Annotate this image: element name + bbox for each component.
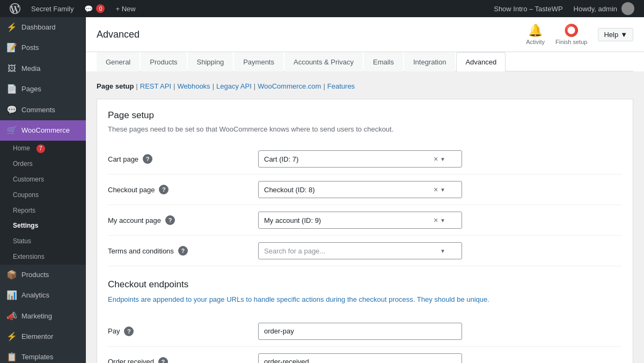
tab-general[interactable]: General xyxy=(97,52,140,71)
comments-icon: 💬 xyxy=(6,104,17,116)
page-setup-table: Cart page ? Cart (ID: 7) × ▼ xyxy=(108,144,622,266)
cart-page-arrow: ▼ xyxy=(440,156,445,162)
cart-page-help[interactable]: ? xyxy=(143,154,152,164)
activity-button[interactable]: 🔔 Activity xyxy=(526,24,545,45)
sidebar-item-dashboard[interactable]: ⚡ Dashboard xyxy=(0,17,86,38)
finish-setup-icon: ⭕ xyxy=(564,24,579,38)
sidebar-item-reports[interactable]: Reports xyxy=(0,203,86,219)
pay-input[interactable] xyxy=(258,323,462,340)
tab-list: General Products Shipping Payments Accou… xyxy=(97,52,633,71)
sidebar-item-coupons[interactable]: Coupons xyxy=(0,187,86,203)
comment-icon: 💬 xyxy=(84,5,93,13)
subnav-legacy-api[interactable]: Legacy API xyxy=(216,82,252,90)
header-actions: 🔔 Activity ⭕ Finish setup Help ▼ xyxy=(526,24,633,45)
cart-page-clear[interactable]: × xyxy=(434,155,438,163)
subnav-page-setup[interactable]: Page setup xyxy=(97,82,134,90)
help-button[interactable]: Help ▼ xyxy=(598,28,633,41)
avatar xyxy=(621,2,634,15)
terms-conditions-help[interactable]: ? xyxy=(178,246,188,256)
woo-submenu: Home 7 Orders Customers Coupons Reports … xyxy=(0,141,86,264)
checkout-endpoints-title: Checkout endpoints xyxy=(108,279,622,290)
new-content[interactable]: + New xyxy=(110,0,141,17)
checkout-page-label: Checkout page ? xyxy=(108,175,258,205)
settings-card: Page setup These pages need to be set so… xyxy=(97,99,633,363)
tab-emails[interactable]: Emails xyxy=(364,52,403,71)
tab-products[interactable]: Products xyxy=(141,52,186,71)
comments-adminbar[interactable]: 💬 0 xyxy=(79,0,110,17)
tab-advanced[interactable]: Advanced xyxy=(456,52,506,71)
wp-logo[interactable] xyxy=(4,0,26,17)
pay-row: Pay ? xyxy=(108,316,622,347)
page-title: Advanced xyxy=(97,29,140,40)
tab-payments[interactable]: Payments xyxy=(234,52,283,71)
checkout-endpoints-table: Pay ? Order received ? xyxy=(108,316,622,363)
my-account-page-row: My account page ? My account (ID: 9) × xyxy=(108,205,622,236)
sidebar-item-comments[interactable]: 💬 Comments xyxy=(0,100,86,120)
media-icon: 🖼 xyxy=(6,63,17,75)
subnav-webhooks[interactable]: Webhooks xyxy=(177,82,210,90)
subnav: Page setup | REST API | Webhooks | Legac… xyxy=(97,82,633,90)
tab-integration[interactable]: Integration xyxy=(404,52,455,71)
my-account-page-select[interactable]: My account (ID: 9) × ▼ xyxy=(258,212,462,229)
help-chevron-icon: ▼ xyxy=(620,31,627,39)
sidebar-item-media[interactable]: 🖼 Media xyxy=(0,59,86,79)
cart-page-label: Cart page ? xyxy=(108,144,258,175)
templates-icon: 📋 xyxy=(6,351,17,363)
sidebar-item-home[interactable]: Home 7 xyxy=(0,141,86,156)
sidebar-item-products[interactable]: 📦 Products xyxy=(0,265,86,285)
sidebar-item-analytics[interactable]: 📊 Analytics xyxy=(0,285,86,306)
checkout-page-select[interactable]: Checkout (ID: 8) × ▼ xyxy=(258,181,462,198)
sidebar-item-status[interactable]: Status xyxy=(0,234,86,249)
admin-bar: Secret Family 💬 0 + New Show Intro – Tas… xyxy=(0,0,644,17)
settings-content: Page setup | REST API | Webhooks | Legac… xyxy=(86,71,644,363)
sidebar-item-customers[interactable]: Customers xyxy=(0,172,86,187)
elementor-icon: ⚡ xyxy=(6,331,17,343)
show-intro[interactable]: Show Intro – TasteWP xyxy=(488,0,568,17)
page-header: Advanced 🔔 Activity ⭕ Finish setup Help … xyxy=(86,17,644,52)
checkout-page-clear[interactable]: × xyxy=(434,185,438,194)
sidebar-item-elementor[interactable]: ⚡ Elementor xyxy=(0,326,86,347)
woocommerce-icon: 🛒 xyxy=(6,125,17,136)
finish-setup-button[interactable]: ⭕ Finish setup xyxy=(555,24,587,45)
sidebar-item-woocommerce[interactable]: 🛒 WooCommerce xyxy=(0,120,86,141)
terms-conditions-arrow: ▼ xyxy=(440,248,445,254)
tab-shipping[interactable]: Shipping xyxy=(188,52,233,71)
checkout-page-arrow: ▼ xyxy=(440,187,445,193)
sidebar-item-pages[interactable]: 📄 Pages xyxy=(0,79,86,99)
posts-icon: 📝 xyxy=(6,42,17,54)
order-received-help[interactable]: ? xyxy=(158,357,168,363)
sidebar-item-posts[interactable]: 📝 Posts xyxy=(0,38,86,58)
subnav-rest-api[interactable]: REST API xyxy=(140,82,171,90)
marketing-icon: 📣 xyxy=(6,310,17,322)
activity-icon: 🔔 xyxy=(528,24,543,38)
subnav-woocommerce-com[interactable]: WooCommerce.com xyxy=(258,82,321,90)
adminbar-right: Show Intro – TasteWP Howdy, admin xyxy=(488,0,640,17)
sidebar-item-orders[interactable]: Orders xyxy=(0,156,86,172)
pages-icon: 📄 xyxy=(6,83,17,95)
sidebar-item-marketing[interactable]: 📣 Marketing xyxy=(0,306,86,326)
page-setup-title: Page setup xyxy=(108,110,622,121)
pay-help[interactable]: ? xyxy=(124,326,134,336)
sidebar: ⚡ Dashboard 📝 Posts 🖼 Media 📄 Pages 💬 Co… xyxy=(0,17,86,363)
sidebar-item-extensions[interactable]: Extensions xyxy=(0,249,86,265)
checkout-page-help[interactable]: ? xyxy=(159,185,169,194)
products-icon: 📦 xyxy=(6,269,17,281)
terms-conditions-row: Terms and conditions ? Search for a page… xyxy=(108,236,622,266)
site-name[interactable]: Secret Family xyxy=(26,0,79,17)
cart-page-select[interactable]: Cart (ID: 7) × ▼ xyxy=(258,150,462,168)
order-received-label: Order received ? xyxy=(108,346,258,363)
tab-accounts-privacy[interactable]: Accounts & Privacy xyxy=(284,52,363,71)
order-received-row: Order received ? xyxy=(108,346,622,363)
sidebar-item-templates[interactable]: 📋 Templates xyxy=(0,347,86,363)
my-account-page-arrow: ▼ xyxy=(440,217,445,223)
order-received-input[interactable] xyxy=(258,353,462,363)
dashboard-icon: ⚡ xyxy=(6,21,17,33)
my-account-page-help[interactable]: ? xyxy=(165,215,175,225)
subnav-features[interactable]: Features xyxy=(327,82,355,90)
cart-page-row: Cart page ? Cart (ID: 7) × ▼ xyxy=(108,144,622,175)
checkout-page-row: Checkout page ? Checkout (ID: 8) × xyxy=(108,175,622,205)
my-account-page-clear[interactable]: × xyxy=(434,216,438,224)
howdy[interactable]: Howdy, admin xyxy=(568,0,640,17)
terms-conditions-select[interactable]: Search for a page... ▼ xyxy=(258,242,462,259)
sidebar-item-settings[interactable]: Settings xyxy=(0,218,86,234)
